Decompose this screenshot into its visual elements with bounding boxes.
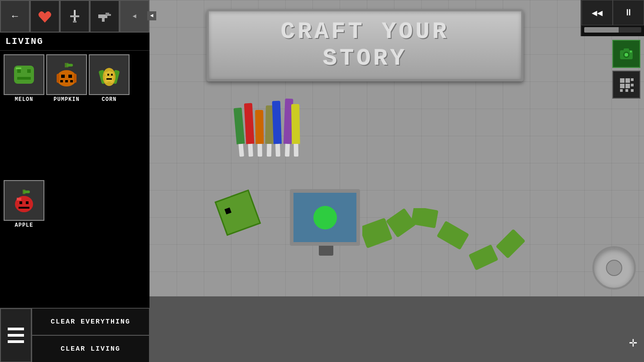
sidebar: ← ◄ ◄ LIVING: [0, 0, 149, 362]
svg-rect-6: [107, 14, 111, 16]
item-melon[interactable]: MELON: [4, 54, 44, 178]
svg-rect-21: [68, 79, 70, 82]
progress-bar-fill: [584, 27, 619, 33]
svg-rect-48: [630, 51, 632, 52]
svg-rect-38: [24, 191, 30, 193]
category-label: LIVING: [0, 33, 149, 51]
svg-rect-16: [74, 74, 77, 83]
clear-living-button[interactable]: CLEAR LIVING: [32, 335, 149, 362]
monitor-display-circle: [313, 206, 337, 229]
svg-rect-20: [63, 79, 65, 82]
svg-rect-56: [625, 89, 628, 92]
svg-rect-53: [631, 78, 634, 81]
right-icons: [610, 36, 642, 102]
marker-orange: [255, 110, 264, 157]
progress-bar-area: [582, 25, 644, 34]
menu-line-3: [8, 340, 24, 343]
joystick[interactable]: [592, 246, 636, 290]
playback-controls: ◀◀ ⏸: [582, 0, 644, 25]
grid-button[interactable]: [612, 71, 640, 99]
item-apple[interactable]: APPLE: [4, 180, 44, 304]
expand-indicator: ◄: [147, 11, 156, 20]
back-button[interactable]: ←: [0, 0, 30, 33]
svg-rect-9: [27, 69, 31, 73]
svg-rect-54: [631, 84, 634, 86]
clear-buttons: CLEAR EVERYTHING CLEAR LIVING: [32, 308, 149, 362]
camera-button[interactable]: [612, 40, 640, 68]
svg-rect-19: [60, 80, 73, 82]
monitor: [290, 189, 362, 257]
craft-banner: CRAFT YOUR STORY: [207, 9, 524, 81]
svg-point-46: [625, 53, 628, 57]
markers-group: [238, 99, 300, 157]
svg-rect-42: [19, 207, 29, 209]
item-melon-box[interactable]: [4, 54, 44, 95]
svg-rect-15: [57, 74, 59, 83]
marker-yellow: [291, 104, 300, 157]
svg-rect-43: [17, 198, 21, 200]
menu-button[interactable]: [0, 308, 32, 362]
clear-everything-button[interactable]: CLEAR EVERYTHING: [32, 308, 149, 335]
item-melon-label: MELON: [14, 96, 33, 103]
svg-point-14: [57, 70, 77, 86]
extra-button[interactable]: ◄: [120, 0, 149, 33]
svg-rect-51: [620, 84, 625, 88]
svg-rect-35: [111, 74, 113, 76]
svg-rect-13: [67, 64, 73, 67]
gun-button[interactable]: [90, 0, 120, 33]
svg-rect-18: [68, 75, 72, 78]
svg-rect-55: [620, 89, 623, 92]
monitor-screen: [290, 189, 360, 246]
health-button[interactable]: [30, 0, 60, 33]
craft-banner-text: CRAFT YOUR STORY: [231, 19, 499, 72]
joystick-center: [606, 260, 622, 276]
item-corn[interactable]: CORN: [89, 54, 130, 178]
svg-rect-40: [19, 201, 22, 204]
svg-point-33: [110, 79, 114, 83]
floor-area: [149, 296, 644, 362]
top-right-controls: ◀◀ ⏸: [581, 0, 644, 36]
svg-rect-34: [107, 74, 109, 76]
top-toolbar: ← ◄: [0, 0, 149, 33]
svg-rect-57: [631, 89, 634, 92]
svg-rect-2: [73, 21, 77, 23]
menu-line-2: [8, 334, 24, 337]
items-grid: MELON: [0, 51, 149, 308]
svg-rect-5: [102, 18, 105, 22]
item-corn-box[interactable]: [89, 54, 130, 95]
game-area[interactable]: ◀◀ ⏸: [149, 0, 644, 362]
monitor-stand: [319, 246, 333, 256]
svg-rect-11: [16, 67, 21, 69]
svg-rect-49: [620, 78, 625, 83]
item-apple-box[interactable]: [4, 180, 44, 221]
svg-rect-10: [17, 77, 31, 80]
item-corn-label: CORN: [102, 96, 117, 103]
svg-rect-47: [624, 48, 629, 51]
marker-red: [244, 103, 255, 157]
svg-rect-62: [469, 244, 499, 271]
item-pumpkin-label: PUMPKIN: [53, 96, 79, 103]
character-head: [215, 190, 261, 236]
character-arms: [362, 208, 543, 301]
rewind-button[interactable]: ◀◀: [582, 0, 613, 25]
svg-rect-17: [61, 75, 65, 78]
character-group: [220, 195, 256, 231]
sword-button[interactable]: [60, 0, 90, 33]
item-apple-label: APPLE: [14, 222, 33, 229]
svg-rect-63: [495, 229, 525, 259]
pause-button[interactable]: ⏸: [613, 0, 644, 25]
svg-rect-1: [70, 15, 79, 17]
menu-line-1: [8, 328, 24, 330]
progress-bar-track: [584, 27, 641, 33]
svg-rect-41: [26, 201, 29, 204]
svg-rect-8: [17, 69, 21, 73]
svg-rect-52: [625, 84, 630, 88]
svg-rect-50: [625, 78, 630, 83]
item-pumpkin[interactable]: PUMPKIN: [46, 54, 87, 178]
bottom-bar: CLEAR EVERYTHING CLEAR LIVING: [0, 308, 149, 362]
svg-rect-36: [106, 78, 112, 80]
marker-blue: [272, 101, 282, 157]
svg-rect-61: [437, 221, 469, 250]
move-arrows-button[interactable]: ✛: [629, 334, 637, 351]
item-pumpkin-box[interactable]: [46, 54, 87, 95]
